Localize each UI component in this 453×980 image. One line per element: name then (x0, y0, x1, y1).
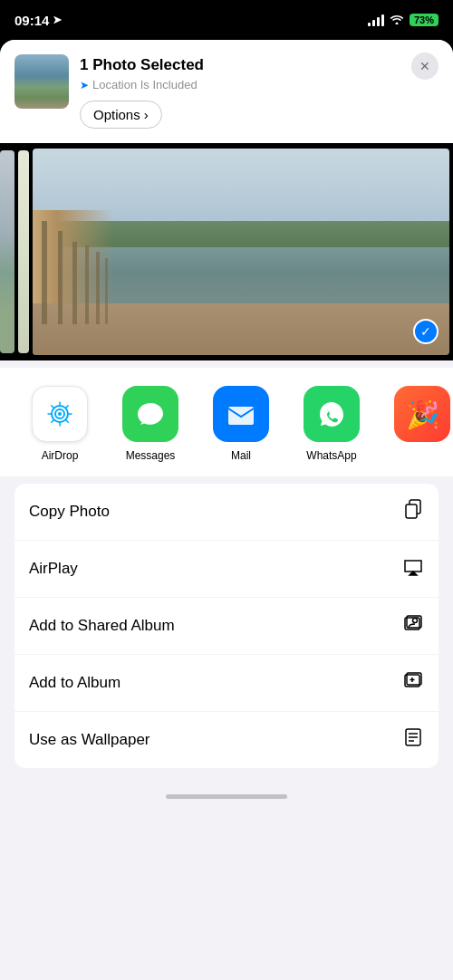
home-indicator (0, 775, 453, 806)
airdrop-icon (43, 398, 76, 430)
battery-indicator: 73% (410, 14, 439, 26)
location-icon: ➤ (80, 79, 89, 91)
copy-photo-icon (402, 498, 424, 525)
app-item-messages[interactable]: Messages (105, 386, 196, 462)
svg-rect-5 (406, 504, 417, 518)
action-airplay[interactable]: AirPlay (14, 541, 439, 598)
home-bar (166, 794, 287, 799)
subtitle-text: Location Is Included (92, 78, 198, 91)
action-add-shared-album[interactable]: Add to Shared Album (14, 598, 439, 655)
action-list: Copy Photo AirPlay Add to Shared Album (14, 484, 439, 768)
close-icon: ✕ (419, 59, 430, 73)
share-sheet: 1 Photo Selected ➤ Location Is Included … (0, 40, 453, 980)
app-row: AirDrop Messages Mail (0, 368, 453, 476)
share-subtitle: ➤ Location Is Included (80, 78, 439, 91)
mail-icon (224, 397, 258, 431)
battery-level: 73% (414, 14, 434, 25)
svg-point-2 (58, 412, 62, 416)
time-display: 09:14 (14, 13, 49, 28)
whatsapp-label: WhatsApp (306, 449, 356, 462)
close-button[interactable]: ✕ (411, 53, 439, 80)
extra-app-icon: 🎉 (394, 386, 450, 442)
copy-photo-label: Copy Photo (29, 503, 110, 521)
messages-app-icon (122, 386, 178, 442)
share-title: 1 Photo Selected (80, 56, 439, 74)
main-photo[interactable]: ✓ (33, 149, 449, 355)
airdrop-app-icon (32, 386, 88, 442)
extra-icon-symbol: 🎉 (406, 399, 439, 430)
selection-checkmark: ✓ (413, 319, 439, 344)
status-icons: 73% (368, 13, 439, 27)
messages-icon (133, 397, 168, 431)
status-bar: 09:14 ➤ 73% (0, 0, 453, 40)
use-wallpaper-icon (402, 726, 424, 754)
options-label: Options (93, 107, 140, 122)
whatsapp-icon (314, 397, 349, 431)
options-chevron-icon: › (144, 107, 149, 122)
signal-bar-2 (372, 20, 375, 26)
options-button[interactable]: Options › (80, 101, 162, 129)
action-copy-photo[interactable]: Copy Photo (14, 484, 439, 541)
photo-left-partial (0, 150, 14, 353)
use-wallpaper-label: Use as Wallpaper (29, 731, 150, 749)
action-add-album[interactable]: Add to Album (14, 655, 439, 712)
signal-bar-3 (377, 17, 380, 26)
mail-label: Mail (231, 449, 251, 462)
thumbnail-image (14, 54, 69, 109)
share-info: 1 Photo Selected ➤ Location Is Included … (80, 54, 439, 129)
wifi-icon (390, 13, 404, 27)
airplay-label: AirPlay (29, 560, 78, 578)
app-item-extra[interactable]: 🎉 (377, 386, 453, 462)
airplay-icon (402, 555, 424, 582)
svg-point-8 (413, 619, 418, 623)
location-arrow-icon: ➤ (53, 14, 62, 26)
photo-map-partial (18, 150, 29, 353)
messages-label: Messages (126, 449, 176, 462)
share-thumbnail (14, 54, 69, 109)
add-shared-album-label: Add to Shared Album (29, 617, 175, 635)
airdrop-label: AirDrop (42, 449, 79, 462)
share-header: 1 Photo Selected ➤ Location Is Included … (0, 40, 453, 143)
whatsapp-app-icon (304, 386, 360, 442)
signal-bar-1 (368, 23, 371, 26)
signal-bar-4 (381, 14, 384, 26)
app-item-whatsapp[interactable]: WhatsApp (286, 386, 377, 462)
signal-bars (368, 14, 384, 26)
checkmark-icon: ✓ (420, 324, 431, 339)
action-use-wallpaper[interactable]: Use as Wallpaper (14, 712, 439, 768)
app-item-mail[interactable]: Mail (196, 386, 286, 462)
status-time: 09:14 ➤ (14, 13, 62, 28)
app-item-airdrop[interactable]: AirDrop (14, 386, 105, 462)
mail-app-icon (213, 386, 269, 442)
add-album-icon (402, 669, 424, 697)
photo-strip[interactable]: ✓ (0, 143, 453, 360)
add-album-label: Add to Album (29, 674, 120, 692)
add-shared-album-icon (402, 612, 424, 639)
